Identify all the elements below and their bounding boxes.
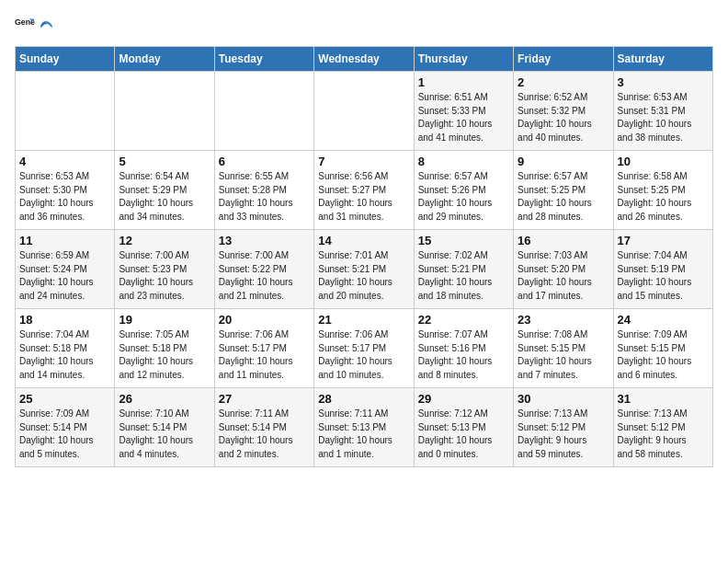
day-info: Sunrise: 6:57 AM Sunset: 5:25 PM Dayligh… xyxy=(518,170,609,224)
day-number: 11 xyxy=(19,234,110,247)
day-info: Sunrise: 6:53 AM Sunset: 5:30 PM Dayligh… xyxy=(19,170,110,224)
day-number: 8 xyxy=(418,155,509,168)
day-number: 23 xyxy=(518,313,609,327)
day-info: Sunrise: 7:13 AM Sunset: 5:12 PM Dayligh… xyxy=(618,408,709,461)
calendar-week-4: 18Sunrise: 7:04 AM Sunset: 5:18 PM Dayli… xyxy=(16,309,713,388)
day-number: 1 xyxy=(418,75,509,89)
calendar-cell: 27Sunrise: 7:11 AM Sunset: 5:14 PM Dayli… xyxy=(214,388,313,467)
day-info: Sunrise: 7:03 AM Sunset: 5:20 PM Dayligh… xyxy=(518,249,609,303)
day-number: 6 xyxy=(219,155,310,168)
calendar-cell: 1Sunrise: 6:51 AM Sunset: 5:33 PM Daylig… xyxy=(414,72,513,151)
calendar-cell: 22Sunrise: 7:07 AM Sunset: 5:16 PM Dayli… xyxy=(414,309,513,388)
header: General xyxy=(15,15,713,39)
header-sunday: Sunday xyxy=(16,47,115,72)
day-info: Sunrise: 7:11 AM Sunset: 5:13 PM Dayligh… xyxy=(318,408,409,461)
calendar-cell xyxy=(214,72,313,151)
day-info: Sunrise: 7:13 AM Sunset: 5:12 PM Dayligh… xyxy=(518,408,609,461)
day-number: 2 xyxy=(518,75,609,89)
calendar-cell: 23Sunrise: 7:08 AM Sunset: 5:15 PM Dayli… xyxy=(514,309,613,388)
day-number: 9 xyxy=(518,155,609,168)
day-info: Sunrise: 7:04 AM Sunset: 5:18 PM Dayligh… xyxy=(19,328,110,382)
day-info: Sunrise: 6:59 AM Sunset: 5:24 PM Dayligh… xyxy=(19,249,110,303)
calendar-week-3: 11Sunrise: 6:59 AM Sunset: 5:24 PM Dayli… xyxy=(16,230,713,309)
calendar-week-5: 25Sunrise: 7:09 AM Sunset: 5:14 PM Dayli… xyxy=(16,388,713,467)
header-tuesday: Tuesday xyxy=(214,47,313,72)
day-info: Sunrise: 7:06 AM Sunset: 5:17 PM Dayligh… xyxy=(318,328,409,382)
calendar-cell: 10Sunrise: 6:58 AM Sunset: 5:25 PM Dayli… xyxy=(613,151,712,230)
day-info: Sunrise: 7:02 AM Sunset: 5:21 PM Dayligh… xyxy=(418,249,509,303)
calendar-cell xyxy=(115,72,214,151)
calendar-cell: 26Sunrise: 7:10 AM Sunset: 5:14 PM Dayli… xyxy=(115,388,214,467)
calendar-cell: 24Sunrise: 7:09 AM Sunset: 5:15 PM Dayli… xyxy=(613,309,712,388)
calendar-cell: 29Sunrise: 7:12 AM Sunset: 5:13 PM Dayli… xyxy=(414,388,513,467)
day-number: 13 xyxy=(219,234,310,247)
calendar-week-2: 4Sunrise: 6:53 AM Sunset: 5:30 PM Daylig… xyxy=(16,151,713,230)
calendar-cell: 30Sunrise: 7:13 AM Sunset: 5:12 PM Dayli… xyxy=(514,388,613,467)
calendar-cell: 21Sunrise: 7:06 AM Sunset: 5:17 PM Dayli… xyxy=(314,309,414,388)
day-number: 10 xyxy=(618,155,709,168)
day-info: Sunrise: 7:01 AM Sunset: 5:21 PM Dayligh… xyxy=(318,249,409,303)
calendar-table: SundayMondayTuesdayWednesdayThursdayFrid… xyxy=(15,46,713,467)
calendar-cell: 20Sunrise: 7:06 AM Sunset: 5:17 PM Dayli… xyxy=(214,309,313,388)
calendar-cell: 7Sunrise: 6:56 AM Sunset: 5:27 PM Daylig… xyxy=(314,151,414,230)
logo: General xyxy=(15,15,54,39)
day-info: Sunrise: 7:00 AM Sunset: 5:23 PM Dayligh… xyxy=(119,249,210,303)
day-info: Sunrise: 6:53 AM Sunset: 5:31 PM Dayligh… xyxy=(618,91,709,144)
calendar-cell: 19Sunrise: 7:05 AM Sunset: 5:18 PM Dayli… xyxy=(115,309,214,388)
day-info: Sunrise: 6:54 AM Sunset: 5:29 PM Dayligh… xyxy=(119,170,210,224)
calendar-cell: 4Sunrise: 6:53 AM Sunset: 5:30 PM Daylig… xyxy=(16,151,115,230)
day-number: 15 xyxy=(418,234,509,247)
day-info: Sunrise: 6:56 AM Sunset: 5:27 PM Dayligh… xyxy=(318,170,409,224)
calendar-week-1: 1Sunrise: 6:51 AM Sunset: 5:33 PM Daylig… xyxy=(16,72,713,151)
logo-bird-icon xyxy=(38,19,54,36)
calendar-cell: 9Sunrise: 6:57 AM Sunset: 5:25 PM Daylig… xyxy=(514,151,613,230)
day-info: Sunrise: 7:07 AM Sunset: 5:16 PM Dayligh… xyxy=(418,328,509,382)
day-info: Sunrise: 7:09 AM Sunset: 5:15 PM Dayligh… xyxy=(618,328,709,382)
day-info: Sunrise: 7:05 AM Sunset: 5:18 PM Dayligh… xyxy=(119,328,210,382)
day-number: 25 xyxy=(19,392,110,406)
day-number: 29 xyxy=(418,392,509,406)
day-number: 17 xyxy=(618,234,709,247)
day-number: 26 xyxy=(119,392,210,406)
day-number: 5 xyxy=(119,155,210,168)
calendar-cell: 25Sunrise: 7:09 AM Sunset: 5:14 PM Dayli… xyxy=(16,388,115,467)
day-info: Sunrise: 7:12 AM Sunset: 5:13 PM Dayligh… xyxy=(418,408,509,461)
header-saturday: Saturday xyxy=(613,47,712,72)
day-info: Sunrise: 6:55 AM Sunset: 5:28 PM Dayligh… xyxy=(219,170,310,224)
calendar-cell: 3Sunrise: 6:53 AM Sunset: 5:31 PM Daylig… xyxy=(613,72,712,151)
day-info: Sunrise: 7:08 AM Sunset: 5:15 PM Dayligh… xyxy=(518,328,609,382)
day-info: Sunrise: 7:04 AM Sunset: 5:19 PM Dayligh… xyxy=(618,249,709,303)
day-number: 27 xyxy=(219,392,310,406)
day-number: 30 xyxy=(518,392,609,406)
calendar-cell: 28Sunrise: 7:11 AM Sunset: 5:13 PM Dayli… xyxy=(314,388,414,467)
day-number: 24 xyxy=(618,313,709,327)
calendar-cell: 13Sunrise: 7:00 AM Sunset: 5:22 PM Dayli… xyxy=(214,230,313,309)
days-header-row: SundayMondayTuesdayWednesdayThursdayFrid… xyxy=(16,47,713,72)
day-info: Sunrise: 6:57 AM Sunset: 5:26 PM Dayligh… xyxy=(418,170,509,224)
day-number: 14 xyxy=(318,234,409,247)
day-info: Sunrise: 6:58 AM Sunset: 5:25 PM Dayligh… xyxy=(618,170,709,224)
day-info: Sunrise: 6:52 AM Sunset: 5:32 PM Dayligh… xyxy=(518,91,609,144)
day-number: 21 xyxy=(318,313,409,327)
day-info: Sunrise: 6:51 AM Sunset: 5:33 PM Dayligh… xyxy=(418,91,509,144)
calendar-cell: 17Sunrise: 7:04 AM Sunset: 5:19 PM Dayli… xyxy=(613,230,712,309)
day-number: 16 xyxy=(518,234,609,247)
calendar-cell: 31Sunrise: 7:13 AM Sunset: 5:12 PM Dayli… xyxy=(613,388,712,467)
day-number: 18 xyxy=(19,313,110,327)
day-info: Sunrise: 7:10 AM Sunset: 5:14 PM Dayligh… xyxy=(119,408,210,461)
calendar-cell xyxy=(16,72,115,151)
day-number: 12 xyxy=(119,234,210,247)
day-info: Sunrise: 7:06 AM Sunset: 5:17 PM Dayligh… xyxy=(219,328,310,382)
header-wednesday: Wednesday xyxy=(314,47,414,72)
calendar-cell: 6Sunrise: 6:55 AM Sunset: 5:28 PM Daylig… xyxy=(214,151,313,230)
day-number: 22 xyxy=(418,313,509,327)
day-number: 7 xyxy=(318,155,409,168)
calendar-cell: 2Sunrise: 6:52 AM Sunset: 5:32 PM Daylig… xyxy=(514,72,613,151)
header-thursday: Thursday xyxy=(414,47,513,72)
calendar-cell: 12Sunrise: 7:00 AM Sunset: 5:23 PM Dayli… xyxy=(115,230,214,309)
day-info: Sunrise: 7:09 AM Sunset: 5:14 PM Dayligh… xyxy=(19,408,110,461)
logo-graphic: General xyxy=(15,15,35,39)
calendar-cell: 16Sunrise: 7:03 AM Sunset: 5:20 PM Dayli… xyxy=(514,230,613,309)
calendar-cell: 18Sunrise: 7:04 AM Sunset: 5:18 PM Dayli… xyxy=(16,309,115,388)
day-number: 4 xyxy=(19,155,110,168)
